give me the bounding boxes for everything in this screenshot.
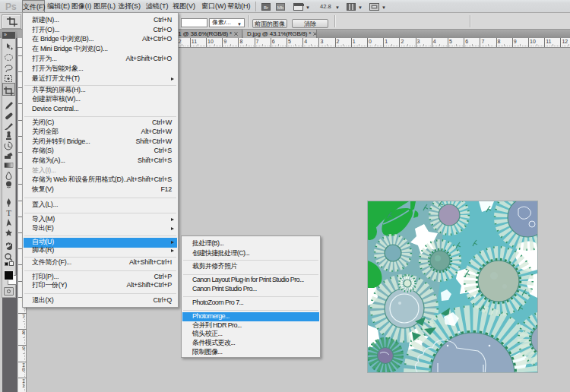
svg-text:T: T [6, 208, 11, 217]
